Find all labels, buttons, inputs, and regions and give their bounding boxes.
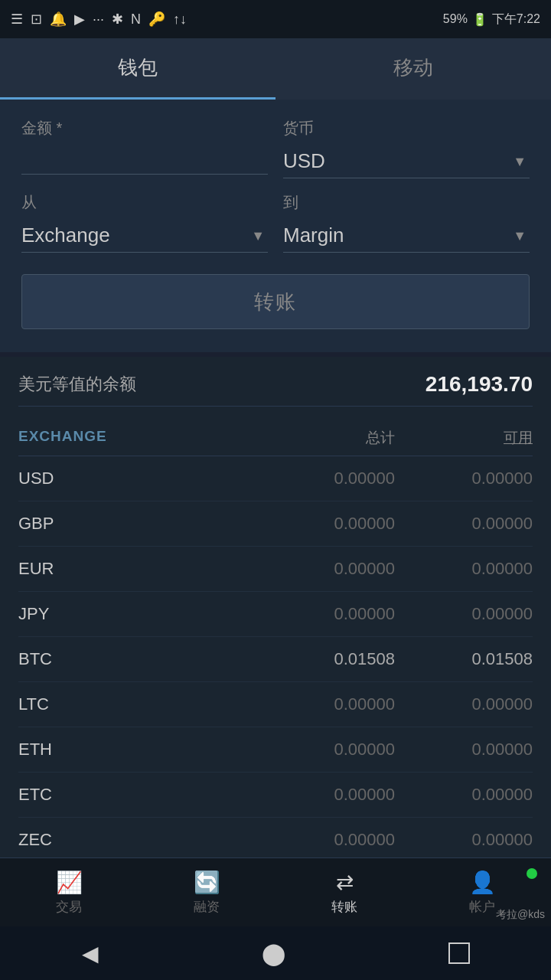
table-row: ZEC 0.00000 0.00000 — [18, 818, 533, 863]
to-arrow-icon: ▼ — [513, 227, 527, 243]
from-select[interactable]: Exchange ▼ — [21, 219, 268, 253]
transfer-form: 金额 * 货币 USD ▼ 从 Exchange ▼ 到 Margin ▼ — [0, 100, 551, 352]
from-label: 从 — [21, 192, 268, 213]
table-row: EUR 0.00000 0.00000 — [18, 547, 533, 592]
transfer-button[interactable]: 转账 — [21, 274, 530, 329]
status-bar: ☰ ⊡ 🔔 ▶ ··· ✱ N 🔑 ↑↓ 59% 🔋 下午7:22 — [0, 0, 551, 38]
nfc-icon: N — [131, 11, 141, 28]
to-value: Margin — [283, 224, 344, 247]
amount-currency-row: 金额 * 货币 USD ▼ — [21, 118, 530, 178]
app-icon: ⊡ — [31, 11, 42, 28]
notification-icon: 🔔 — [50, 11, 67, 28]
home-button[interactable]: ⬤ — [262, 941, 285, 966]
recents-button[interactable] — [448, 942, 470, 964]
row-currency: ETH — [18, 740, 95, 760]
row-available: 0.00000 — [441, 469, 533, 488]
table-header: EXCHANGE 总计 可用 — [18, 414, 533, 456]
row-total: 0.00000 — [95, 830, 441, 850]
battery-text: 59% — [443, 12, 468, 26]
nav-account-label: 帐户 — [469, 898, 495, 916]
tab-wallet[interactable]: 钱包 — [0, 38, 276, 100]
table-row: USD 0.00000 0.00000 — [18, 456, 533, 501]
row-total: 0.00000 — [95, 694, 441, 714]
row-total: 0.00000 — [95, 740, 441, 760]
table-row: BTC 0.01508 0.01508 — [18, 637, 533, 682]
row-total: 0.00000 — [95, 785, 441, 805]
status-right: 59% 🔋 下午7:22 — [443, 11, 540, 28]
exchange-header: EXCHANGE — [18, 428, 107, 448]
key-icon: 🔑 — [148, 11, 165, 28]
row-available: 0.00000 — [441, 785, 533, 805]
balance-row: 美元等值的余额 216,193.70 — [18, 372, 533, 407]
row-available: 0.00000 — [441, 694, 533, 714]
currency-select[interactable]: USD ▼ — [283, 145, 530, 178]
tab-move[interactable]: 移动 — [276, 38, 551, 100]
row-available: 0.00000 — [441, 740, 533, 760]
transfer-icon: ⇄ — [336, 870, 354, 895]
signal-icon: ↑↓ — [173, 11, 187, 28]
nav-transfer-label: 转账 — [331, 898, 357, 916]
balance-section: 美元等值的余额 216,193.70 — [0, 357, 551, 414]
nav-trade-label: 交易 — [56, 898, 82, 916]
nav-trade[interactable]: 📈 交易 — [0, 870, 138, 916]
send-icon: ▶ — [74, 11, 85, 28]
bottom-nav: 📈 交易 🔄 融资 ⇄ 转账 👤 帐户 — [0, 858, 551, 926]
nav-finance[interactable]: 🔄 融资 — [138, 870, 276, 916]
from-value: Exchange — [21, 224, 110, 247]
amount-input[interactable] — [21, 145, 268, 175]
top-tab-bar: 钱包 移动 — [0, 38, 551, 100]
to-label: 到 — [283, 192, 530, 213]
from-arrow-icon: ▼ — [251, 227, 265, 243]
from-field: 从 Exchange ▼ — [21, 192, 268, 253]
row-currency: LTC — [18, 694, 95, 714]
gesture-bar: ◀ ⬤ — [0, 926, 551, 980]
trade-icon: 📈 — [56, 870, 83, 895]
currency-field: 货币 USD ▼ — [283, 118, 530, 178]
time-text: 下午7:22 — [492, 11, 540, 28]
balance-value: 216,193.70 — [425, 372, 533, 397]
total-header: 总计 — [107, 428, 441, 448]
row-currency: GBP — [18, 514, 95, 534]
to-field: 到 Margin ▼ — [283, 192, 530, 253]
battery-icon: 🔋 — [472, 12, 487, 27]
status-left-icons: ☰ ⊡ 🔔 ▶ ··· ✱ N 🔑 ↑↓ — [11, 11, 187, 28]
row-available: 0.00000 — [441, 514, 533, 534]
to-select[interactable]: Margin ▼ — [283, 219, 530, 253]
table-row: JPY 0.00000 0.00000 — [18, 592, 533, 637]
table-row: LTC 0.00000 0.00000 — [18, 682, 533, 727]
currency-value: USD — [283, 149, 325, 172]
row-available: 0.00000 — [441, 604, 533, 624]
currency-arrow-icon: ▼ — [513, 153, 527, 169]
table-row: ETH 0.00000 0.00000 — [18, 727, 533, 773]
row-currency: BTC — [18, 649, 95, 669]
from-to-row: 从 Exchange ▼ 到 Margin ▼ — [21, 192, 530, 253]
row-available: 0.01508 — [441, 649, 533, 669]
amount-field: 金额 * — [21, 118, 268, 178]
back-button[interactable]: ◀ — [82, 941, 99, 966]
nav-finance-label: 融资 — [194, 898, 220, 916]
row-total: 0.00000 — [95, 514, 441, 534]
more-icon: ··· — [93, 11, 104, 28]
nav-transfer[interactable]: ⇄ 转账 — [276, 870, 413, 916]
row-total: 0.00000 — [95, 604, 441, 624]
bluetooth-icon: ✱ — [112, 11, 123, 28]
sim-icon: ☰ — [11, 11, 23, 28]
row-total: 0.00000 — [95, 469, 441, 488]
online-indicator — [527, 868, 537, 879]
row-currency: USD — [18, 469, 95, 488]
row-total: 0.00000 — [95, 559, 441, 579]
available-header: 可用 — [441, 428, 533, 448]
table-row: ETC 0.00000 0.00000 — [18, 773, 533, 818]
row-currency: JPY — [18, 604, 95, 624]
watermark: 考拉@kds — [496, 908, 545, 922]
row-available: 0.00000 — [441, 830, 533, 850]
row-available: 0.00000 — [441, 559, 533, 579]
amount-label: 金额 * — [21, 118, 268, 139]
row-total: 0.01508 — [95, 649, 441, 669]
currency-label: 货币 — [283, 118, 530, 139]
account-icon: 👤 — [469, 870, 496, 895]
row-currency: EUR — [18, 559, 95, 579]
row-currency: ETC — [18, 785, 95, 805]
balance-label: 美元等值的余额 — [18, 373, 136, 396]
row-currency: ZEC — [18, 830, 95, 850]
